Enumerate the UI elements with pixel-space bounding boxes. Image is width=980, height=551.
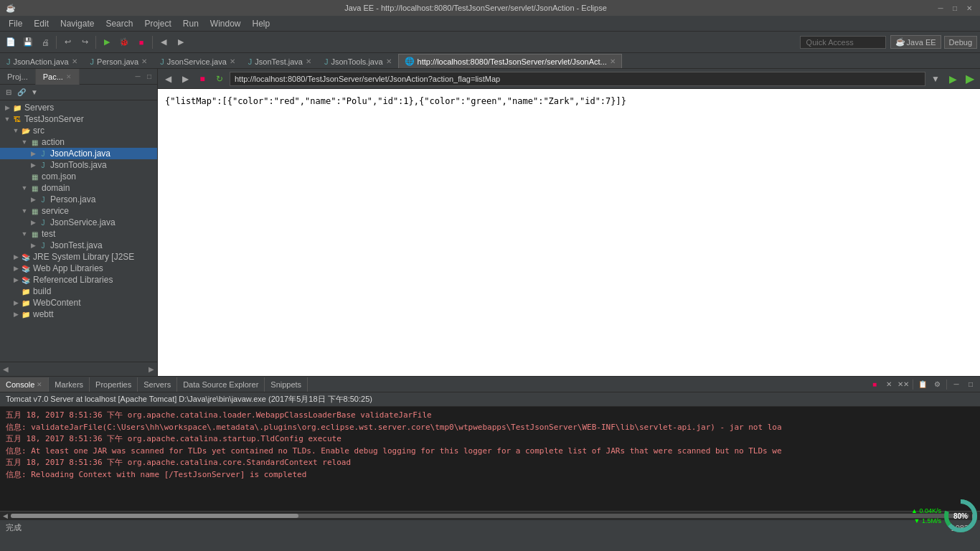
menu-search[interactable]: Search <box>100 16 138 32</box>
minimize-panel-button[interactable]: ─ <box>133 72 143 82</box>
tab-person[interactable]: J Person.java ✕ <box>84 54 154 68</box>
tab-close-jsonservice[interactable]: ✕ <box>230 57 235 65</box>
menu-edit[interactable]: Edit <box>28 16 55 32</box>
browser-back-button[interactable]: ◀ <box>161 72 175 86</box>
undo-button[interactable]: ↩ <box>60 34 75 50</box>
menu-file[interactable]: File <box>3 16 28 32</box>
tree-item-servers[interactable]: ▶ 📁 Servers <box>0 102 157 113</box>
debug-button[interactable]: 🐞 <box>116 34 132 50</box>
console-tab-datasource[interactable]: Data Source Explorer <box>177 377 265 392</box>
run-button[interactable]: ▶ <box>99 34 115 50</box>
print-button[interactable]: 🖨 <box>37 34 53 50</box>
console-tab-snippets[interactable]: Snippets <box>265 377 308 392</box>
tree-item-jsonservice[interactable]: ▶ J JsonService.java <box>0 217 157 228</box>
scroll-left-arrow[interactable]: ◀ <box>3 512 8 519</box>
tab-browser[interactable]: 🌐 http://localhost:8080/TestJsonServer/s… <box>398 54 622 68</box>
tree-item-jre[interactable]: ▶ 📚 JRE System Library [J2SE <box>0 251 157 263</box>
src-icon: 📂 <box>20 127 32 135</box>
tab-close-browser[interactable]: ✕ <box>610 57 616 65</box>
perspective-debug[interactable]: Debug <box>944 36 977 49</box>
tab-close-jsontools[interactable]: ✕ <box>386 57 392 65</box>
tree-item-test[interactable]: ▼ ▦ test <box>0 228 157 240</box>
terminate-button[interactable]: ■ <box>868 378 881 391</box>
remove-all-launches-button[interactable]: ✕✕ <box>897 378 910 391</box>
minimize-console-button[interactable]: ─ <box>950 378 963 391</box>
console-tab-servers[interactable]: Servers <box>138 377 177 392</box>
save-button[interactable]: 💾 <box>20 34 36 50</box>
tree-item-webcontent[interactable]: ▶ 📁 WebContent <box>0 297 157 309</box>
tree-item-webapplib[interactable]: ▶ 📚 Web App Libraries <box>0 263 157 274</box>
left-panel-header: Proj... Pac... ✕ ─ □ <box>0 69 157 85</box>
tree-item-person[interactable]: ▶ J Person.java <box>0 194 157 205</box>
quick-access-input[interactable] <box>800 36 886 49</box>
new-console-button[interactable]: 📋 <box>916 378 929 391</box>
tree-item-webtt[interactable]: ▶ 📁 webtt <box>0 309 157 320</box>
tree-item-testjsonserver[interactable]: ▼ 🏗 TestJsonServer <box>0 113 157 125</box>
tab-jsontools[interactable]: J JsonTools.java ✕ <box>318 54 398 68</box>
console-tab-close[interactable]: ✕ <box>37 381 42 388</box>
tab-jsontest[interactable]: J JsonTest.java ✕ <box>242 54 318 68</box>
url-bar[interactable]: http://localhost:8080/TestJsonServer/ser… <box>230 72 925 86</box>
maximize-button[interactable]: □ <box>950 3 960 13</box>
tab-close-jsonaction[interactable]: ✕ <box>72 57 77 65</box>
tree-item-src[interactable]: ▼ 📂 src <box>0 125 157 136</box>
console-tab-properties[interactable]: Properties <box>90 377 138 392</box>
scroll-right[interactable]: ▶ <box>149 365 154 373</box>
console-scrollbar[interactable]: ◀ ▶ <box>0 511 980 519</box>
browser-refresh-button[interactable]: ↻ <box>212 72 227 86</box>
menu-help[interactable]: Help <box>247 16 276 32</box>
console-sep-2 <box>946 380 947 390</box>
tab-icon-3: J <box>160 57 164 66</box>
tree-item-jsontest[interactable]: ▶ J JsonTest.java <box>0 240 157 251</box>
left-panel: Proj... Pac... ✕ ─ □ ⊟ 🔗 ▼ ▶ 📁 Servers <box>0 69 158 376</box>
remove-launch-button[interactable]: ✕ <box>882 378 895 391</box>
browser-forward-button[interactable]: ▶ <box>178 72 192 86</box>
url-dropdown-button[interactable]: ▼ <box>928 72 943 86</box>
minimize-button[interactable]: ─ <box>936 3 946 13</box>
stop-button[interactable]: ■ <box>133 34 149 50</box>
new-button[interactable]: 📄 <box>3 34 19 50</box>
maximize-panel-button[interactable]: □ <box>144 72 154 82</box>
tree-item-service[interactable]: ▼ ▦ service <box>0 205 157 217</box>
browser-stop-button[interactable]: ■ <box>195 72 209 86</box>
tab-close-jsontest[interactable]: ✕ <box>306 57 311 65</box>
tab-jsonservice[interactable]: J JsonService.java ✕ <box>154 54 242 68</box>
view-menu-button[interactable]: ▼ <box>29 87 40 98</box>
console-settings-button[interactable]: ⚙ <box>930 378 943 391</box>
perspective-javaee[interactable]: ☕ Java EE <box>890 35 941 49</box>
tree-item-jsontools[interactable]: ▶ J JsonTools.java <box>0 159 157 171</box>
tree-item-domain[interactable]: ▼ ▦ domain <box>0 182 157 194</box>
redo-button[interactable]: ↪ <box>77 34 93 50</box>
status-bar: 完成 1083 <box>0 519 980 535</box>
tab-jsonaction[interactable]: J JsonAction.java ✕ <box>0 54 84 68</box>
browser-nav-next[interactable]: ▶ <box>963 72 977 86</box>
forward-button[interactable]: ▶ <box>173 34 189 50</box>
tab-close-person[interactable]: ✕ <box>141 57 147 65</box>
tab-close-package[interactable]: ✕ <box>66 73 72 80</box>
maximize-console-button[interactable]: □ <box>964 378 977 391</box>
browser-go-button[interactable]: ▶ <box>946 72 960 86</box>
scroll-left[interactable]: ◀ <box>3 365 9 373</box>
menu-navigate[interactable]: Navigate <box>55 16 100 32</box>
tree-item-build[interactable]: 📁 build <box>0 286 157 297</box>
tree-item-action[interactable]: ▼ ▦ action <box>0 136 157 148</box>
console-tab-console[interactable]: Console ✕ <box>0 377 49 392</box>
service-label: service <box>42 206 69 216</box>
tab-project-explorer[interactable]: Proj... <box>0 69 36 85</box>
tree-item-comjson[interactable]: ▦ com.json <box>0 171 157 182</box>
menu-project[interactable]: Project <box>138 16 176 32</box>
left-panel-bottom: ◀ ▶ <box>0 362 157 376</box>
webcontent-label: WebContent <box>33 298 81 308</box>
tree-item-jsonaction[interactable]: ▶ J JsonAction.java <box>0 148 157 159</box>
tab-package-explorer[interactable]: Pac... ✕ <box>36 69 80 85</box>
menu-window[interactable]: Window <box>204 16 247 32</box>
action-icon: ▦ <box>29 138 40 146</box>
toolbar-sep-1 <box>56 36 57 49</box>
collapse-all-button[interactable]: ⊟ <box>3 87 14 98</box>
menu-run[interactable]: Run <box>177 16 204 32</box>
link-editor-button[interactable]: 🔗 <box>16 87 27 98</box>
tree-item-reflibs[interactable]: ▶ 📚 Referenced Libraries <box>0 274 157 286</box>
back-button[interactable]: ◀ <box>156 34 171 50</box>
close-button[interactable]: ✕ <box>964 3 974 13</box>
console-tab-markers[interactable]: Markers <box>49 377 90 392</box>
